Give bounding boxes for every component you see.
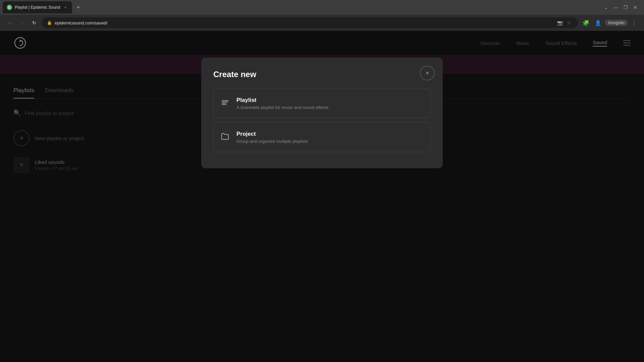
reload-button[interactable]: ↻ bbox=[30, 18, 39, 27]
project-option-title: Project bbox=[236, 131, 308, 137]
tab-close-button[interactable]: × bbox=[63, 5, 68, 10]
close-window-button[interactable]: ✕ bbox=[632, 3, 639, 11]
chevron-down-icon[interactable]: ⌄ bbox=[603, 3, 609, 11]
modal-title: Create new bbox=[213, 70, 431, 79]
playlist-option-content: Playlist A shareable playlist for music … bbox=[236, 97, 328, 110]
address-bar-icons: 📷 ☆ bbox=[556, 19, 573, 26]
playlist-option[interactable]: Playlist A shareable playlist for music … bbox=[213, 88, 431, 118]
menu-icon[interactable]: ⋮ bbox=[629, 18, 639, 27]
tab-title: Playlist | Epidemic Sound bbox=[15, 5, 60, 10]
project-icon bbox=[220, 132, 230, 142]
playlist-option-title: Playlist bbox=[236, 97, 328, 104]
project-option-desc: Group and organize multiple playlists bbox=[236, 139, 308, 144]
tab-bar: G Playlist | Epidemic Sound × + ⌄ — ❐ ✕ bbox=[0, 0, 644, 15]
new-tab-button[interactable]: + bbox=[73, 3, 83, 12]
window-controls: ⌄ — ❐ ✕ bbox=[603, 3, 641, 11]
modal-close-button[interactable]: × bbox=[420, 66, 435, 80]
forward-button[interactable]: → bbox=[17, 18, 27, 27]
maximize-button[interactable]: ❐ bbox=[622, 3, 629, 11]
site-wrapper: Discover Music Sound Effects Saved Downl… bbox=[0, 31, 644, 362]
url-text: epidemicsound.com/saved/ bbox=[55, 20, 108, 25]
lock-icon: 🔒 bbox=[47, 20, 52, 25]
back-button[interactable]: ← bbox=[5, 18, 15, 27]
active-tab[interactable]: G Playlist | Epidemic Sound × bbox=[3, 1, 72, 13]
no-camera-icon: 📷 bbox=[556, 19, 564, 26]
tab-favicon: G bbox=[7, 5, 12, 10]
bookmark-icon[interactable]: ☆ bbox=[566, 19, 573, 26]
playlist-option-desc: A shareable playlist for music and sound… bbox=[236, 105, 328, 110]
modal-overlay[interactable]: Create new × Playlist A shareable playli… bbox=[0, 31, 644, 362]
address-bar-row: ← → ↻ 🔒 epidemicsound.com/saved/ 📷 ☆ 🧩 👤… bbox=[0, 15, 644, 31]
playlist-icon bbox=[220, 99, 230, 109]
extensions-icon[interactable]: 🧩 bbox=[581, 18, 591, 27]
browser-actions: 🧩 👤 Incognito ⋮ bbox=[581, 18, 639, 27]
create-new-modal: Create new × Playlist A shareable playli… bbox=[201, 58, 443, 168]
project-option[interactable]: Project Group and organize multiple play… bbox=[213, 122, 431, 152]
incognito-badge: Incognito bbox=[605, 20, 628, 26]
project-option-content: Project Group and organize multiple play… bbox=[236, 131, 308, 144]
address-bar[interactable]: 🔒 epidemicsound.com/saved/ 📷 ☆ bbox=[42, 17, 578, 28]
minimize-button[interactable]: — bbox=[612, 3, 620, 11]
close-icon: × bbox=[426, 70, 429, 77]
browser-chrome: G Playlist | Epidemic Sound × + ⌄ — ❐ ✕ … bbox=[0, 0, 644, 31]
profile-icon[interactable]: 👤 bbox=[593, 18, 603, 27]
